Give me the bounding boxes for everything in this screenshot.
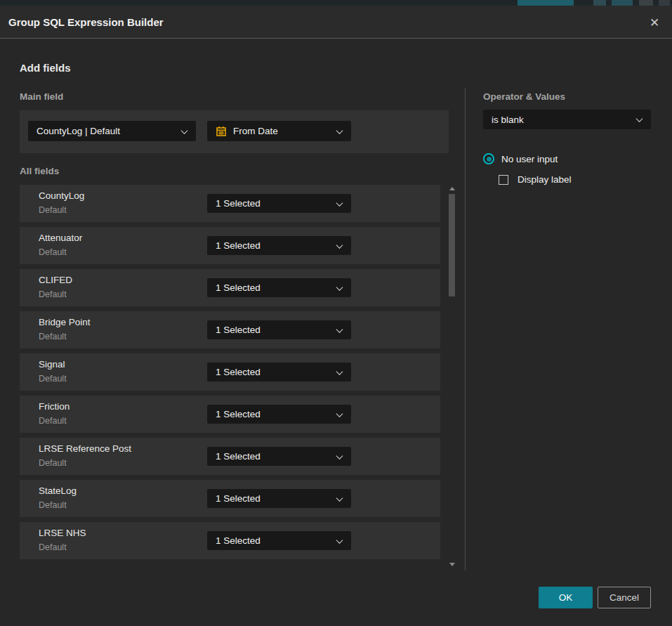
toolbar-icon-fragment (612, 0, 633, 6)
screen: Group SQL Expression Builder ✕ Add field… (0, 0, 672, 626)
add-fields-heading: Add fields (20, 62, 71, 74)
no-user-input-label: No user input (501, 154, 558, 164)
field-selection-value: 1 Selected (216, 451, 261, 462)
scroll-down-icon[interactable] (449, 563, 455, 566)
field-selection-value: 1 Selected (216, 282, 261, 293)
field-name: Bridge Point (39, 317, 91, 327)
no-user-input-option[interactable]: No user input (483, 153, 558, 164)
main-field-label: Main field (20, 91, 63, 102)
field-source: Default (39, 374, 67, 384)
field-source: Default (39, 542, 67, 552)
field-name: Signal (39, 359, 65, 370)
field-selection-value: 1 Selected (216, 240, 261, 251)
field-selection-value: 1 Selected (216, 367, 261, 377)
main-field-panel: CountyLog | Default From Date (20, 110, 449, 153)
close-icon: ✕ (650, 15, 659, 30)
field-name: LRSE NHS (39, 528, 86, 538)
field-selection-dropdown[interactable]: 1 Selected (207, 405, 351, 424)
close-button[interactable]: ✕ (646, 14, 663, 31)
toolbar-icon-fragment (593, 0, 606, 6)
field-source: Default (39, 205, 67, 215)
dialog-header: Group SQL Expression Builder ✕ (0, 6, 672, 39)
dialog-title: Group SQL Expression Builder (8, 6, 164, 39)
main-field-field-value: From Date (233, 126, 278, 136)
field-row: LRSE NHS Default 1 Selected (20, 522, 440, 559)
field-selection-dropdown[interactable]: 1 Selected (207, 531, 351, 550)
field-selection-dropdown[interactable]: 1 Selected (207, 363, 351, 382)
all-fields-label: All fields (20, 166, 59, 176)
chevron-down-icon (336, 326, 343, 333)
checkbox-unchecked-icon (499, 175, 508, 185)
panel-divider (465, 88, 466, 570)
field-selection-value: 1 Selected (216, 493, 261, 504)
chevron-down-icon (336, 242, 343, 249)
field-row: Attenuator Default 1 Selected (20, 227, 440, 264)
field-selection-value: 1 Selected (216, 198, 261, 209)
display-label-label: Display label (518, 174, 572, 185)
field-selection-dropdown[interactable]: 1 Selected (207, 236, 351, 255)
scrollbar-thumb[interactable] (449, 194, 455, 296)
ok-button[interactable]: OK (539, 587, 593, 608)
toolbar-icon-fragment (659, 0, 670, 6)
field-name: LRSE Reference Post (39, 443, 131, 454)
field-selection-dropdown[interactable]: 1 Selected (207, 194, 351, 213)
field-source: Default (39, 458, 67, 468)
main-field-field-dropdown[interactable]: From Date (207, 121, 351, 141)
field-selection-value: 1 Selected (216, 409, 261, 419)
operator-value: is blank (492, 115, 524, 125)
list-scrollbar[interactable] (449, 185, 456, 568)
main-field-source-value: CountyLog | Default (37, 126, 120, 136)
group-sql-expression-builder-dialog: Group SQL Expression Builder ✕ Add field… (0, 6, 672, 626)
chevron-down-icon (181, 127, 188, 134)
field-row: Signal Default 1 Selected (20, 353, 440, 391)
field-selection-dropdown[interactable]: 1 Selected (207, 489, 351, 508)
main-field-source-dropdown[interactable]: CountyLog | Default (28, 121, 196, 141)
field-source: Default (39, 332, 67, 341)
chevron-down-icon (336, 284, 343, 291)
field-row: Friction Default 1 Selected (20, 396, 440, 433)
field-row: CountyLog Default 1 Selected (20, 185, 440, 222)
field-selection-dropdown[interactable]: 1 Selected (207, 320, 351, 339)
scroll-up-icon[interactable] (449, 187, 455, 190)
live-view-fragment (518, 0, 574, 6)
chevron-down-icon (336, 410, 343, 417)
chevron-down-icon (636, 115, 643, 122)
field-source: Default (39, 416, 67, 426)
chevron-down-icon (336, 495, 343, 502)
chevron-down-icon (336, 127, 343, 134)
field-selection-dropdown[interactable]: 1 Selected (207, 278, 351, 297)
background-app-toolbar (0, 0, 672, 6)
cancel-button[interactable]: Cancel (598, 587, 651, 608)
calendar-icon (216, 126, 227, 137)
field-row: CLIFED Default 1 Selected (20, 269, 440, 306)
field-selection-value: 1 Selected (216, 325, 261, 335)
field-name: Attenuator (39, 233, 82, 243)
field-source: Default (39, 500, 67, 510)
all-fields-list: CountyLog Default 1 Selected Attenuator … (20, 185, 440, 559)
operator-dropdown[interactable]: is blank (483, 110, 651, 129)
field-name: CountyLog (39, 190, 84, 201)
field-source: Default (39, 247, 67, 257)
field-name: CLIFED (39, 275, 72, 285)
field-name: StateLog (39, 485, 77, 496)
field-row: LRSE Reference Post Default 1 Selected (20, 438, 440, 475)
chevron-down-icon (336, 537, 343, 544)
chevron-down-icon (336, 452, 343, 459)
radio-selected-icon (483, 153, 494, 164)
field-selection-value: 1 Selected (216, 535, 261, 546)
toolbar-icon-fragment (639, 0, 653, 6)
field-selection-dropdown[interactable]: 1 Selected (207, 447, 351, 466)
operator-values-heading: Operator & Values (483, 91, 565, 102)
field-row: StateLog Default 1 Selected (20, 480, 440, 517)
field-source: Default (39, 289, 67, 299)
chevron-down-icon (336, 200, 343, 207)
chevron-down-icon (336, 368, 343, 375)
display-label-option[interactable]: Display label (499, 174, 572, 185)
field-name: Friction (39, 401, 70, 412)
field-row: Bridge Point Default 1 Selected (20, 311, 440, 348)
